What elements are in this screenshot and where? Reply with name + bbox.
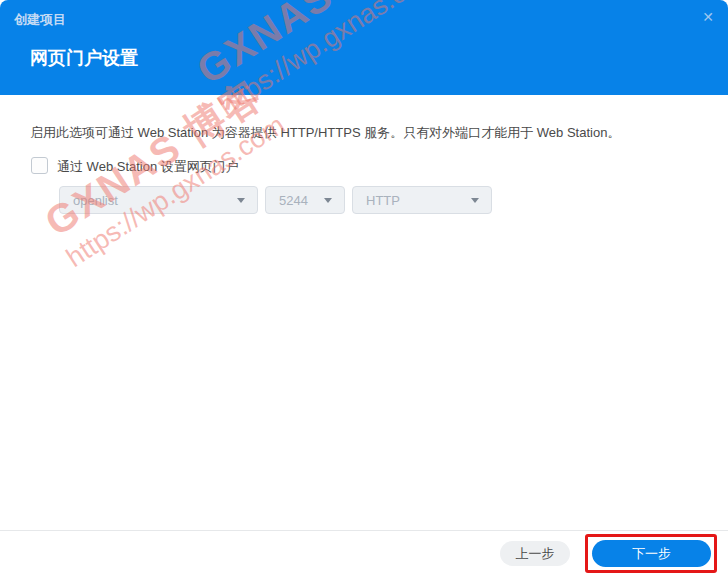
dialog-header: 创建项目 ✕ 网页门户设置 <box>0 0 728 95</box>
protocol-select-value: HTTP <box>366 193 400 208</box>
port-select-value: 5244 <box>279 193 308 208</box>
chevron-down-icon <box>324 198 332 203</box>
chevron-down-icon <box>237 198 245 203</box>
create-project-dialog: 创建项目 ✕ 网页门户设置 启用此选项可通过 Web Station 为容器提供… <box>0 0 728 574</box>
dialog-title: 创建项目 <box>14 11 66 29</box>
chevron-down-icon <box>471 198 479 203</box>
container-select[interactable]: openlist <box>59 186 258 214</box>
footer-divider <box>0 530 728 531</box>
web-station-checkbox[interactable] <box>31 157 48 174</box>
port-select[interactable]: 5244 <box>265 186 345 214</box>
container-select-value: openlist <box>73 193 118 208</box>
close-icon[interactable]: ✕ <box>699 8 717 26</box>
previous-step-button[interactable]: 上一步 <box>500 541 570 566</box>
page-title: 网页门户设置 <box>30 46 138 70</box>
web-station-checkbox-label: 通过 Web Station 设置网页门户 <box>57 158 239 176</box>
next-step-button[interactable]: 下一步 <box>592 540 711 567</box>
protocol-select[interactable]: HTTP <box>352 186 492 214</box>
description-text: 启用此选项可通过 Web Station 为容器提供 HTTP/HTTPS 服务… <box>30 124 710 142</box>
